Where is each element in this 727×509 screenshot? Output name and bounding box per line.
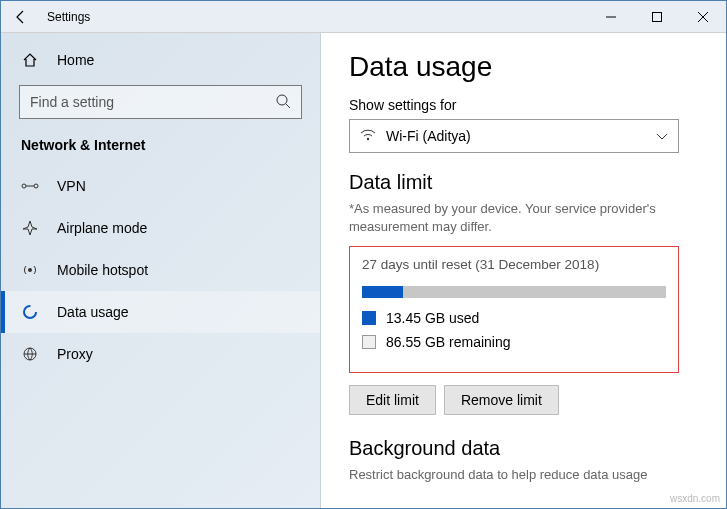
data-limit-box: 27 days until reset (31 December 2018) 1…: [349, 246, 679, 373]
usage-progress-bar: [362, 286, 666, 298]
sidebar-item-label: Mobile hotspot: [57, 262, 148, 278]
sidebar-home-label: Home: [57, 52, 94, 68]
edit-limit-button[interactable]: Edit limit: [349, 385, 436, 415]
svg-rect-1: [653, 12, 662, 21]
sidebar: Home Network & Internet VPN Airplane: [1, 33, 321, 508]
chevron-down-icon: [656, 128, 668, 144]
sidebar-item-vpn[interactable]: VPN: [1, 165, 320, 207]
titlebar: Settings: [1, 1, 726, 33]
minimize-button[interactable]: [588, 1, 634, 33]
search-input[interactable]: [30, 94, 275, 110]
sidebar-home[interactable]: Home: [1, 49, 320, 85]
legend-remaining: 86.55 GB remaining: [362, 334, 666, 350]
page-title: Data usage: [349, 51, 698, 83]
watermark: wsxdn.com: [670, 493, 720, 504]
svg-line-3: [286, 104, 290, 108]
dropdown-selected: Wi-Fi (Aditya): [386, 128, 646, 144]
sidebar-item-label: Airplane mode: [57, 220, 147, 236]
sidebar-item-data-usage[interactable]: Data usage: [1, 291, 320, 333]
main-content: Data usage Show settings for Wi-Fi (Adit…: [321, 33, 726, 508]
background-data-heading: Background data: [349, 437, 698, 460]
used-text: 13.45 GB used: [386, 310, 479, 326]
search-icon: [275, 93, 291, 112]
hotspot-icon: [21, 261, 39, 279]
back-button[interactable]: [13, 9, 29, 25]
reset-text: 27 days until reset (31 December 2018): [362, 257, 666, 272]
close-button[interactable]: [680, 1, 726, 33]
svg-point-10: [367, 138, 369, 140]
svg-point-7: [28, 268, 32, 272]
svg-point-5: [34, 184, 38, 188]
search-box[interactable]: [19, 85, 302, 119]
sidebar-item-label: Proxy: [57, 346, 93, 362]
wifi-icon: [360, 128, 376, 144]
sidebar-item-label: Data usage: [57, 304, 129, 320]
svg-point-2: [277, 95, 287, 105]
swatch-remaining: [362, 335, 376, 349]
svg-point-8: [24, 306, 36, 318]
background-data-subtext: Restrict background data to help reduce …: [349, 466, 698, 484]
legend-used: 13.45 GB used: [362, 310, 666, 326]
vpn-icon: [21, 177, 39, 195]
maximize-button[interactable]: [634, 1, 680, 33]
proxy-icon: [21, 345, 39, 363]
sidebar-section-header: Network & Internet: [1, 137, 320, 165]
data-usage-icon: [21, 303, 39, 321]
data-limit-note: *As measured by your device. Your servic…: [349, 200, 698, 236]
sidebar-item-label: VPN: [57, 178, 86, 194]
swatch-used: [362, 311, 376, 325]
sidebar-item-proxy[interactable]: Proxy: [1, 333, 320, 375]
home-icon: [21, 51, 39, 69]
airplane-icon: [21, 219, 39, 237]
show-settings-label: Show settings for: [349, 97, 698, 113]
sidebar-item-airplane[interactable]: Airplane mode: [1, 207, 320, 249]
sidebar-item-hotspot[interactable]: Mobile hotspot: [1, 249, 320, 291]
data-limit-heading: Data limit: [349, 171, 698, 194]
remaining-text: 86.55 GB remaining: [386, 334, 511, 350]
usage-progress-fill: [362, 286, 403, 298]
svg-point-4: [22, 184, 26, 188]
network-dropdown[interactable]: Wi-Fi (Aditya): [349, 119, 679, 153]
window-title: Settings: [47, 10, 90, 24]
remove-limit-button[interactable]: Remove limit: [444, 385, 559, 415]
